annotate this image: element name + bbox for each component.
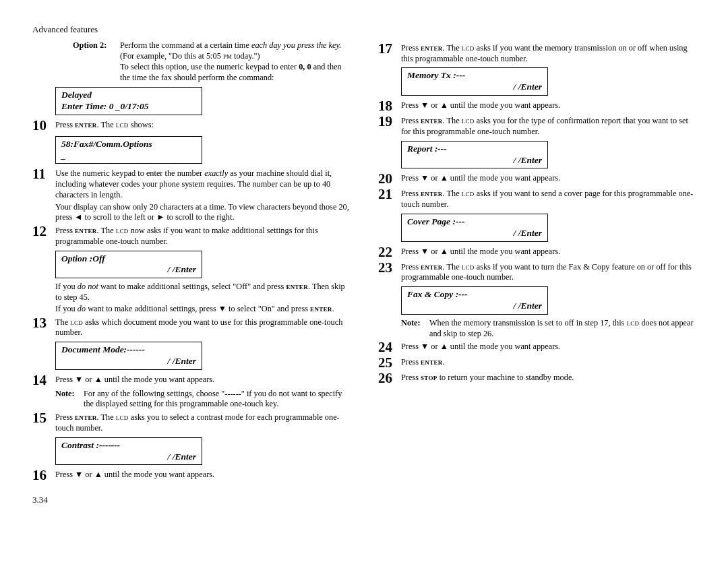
step-number-10: 10 [32,119,51,133]
step-number-21: 21 [378,187,397,210]
note23-label: Note: [401,318,424,339]
option2-label: Option 2: [73,40,113,61]
lcd-delayed: Delayed Enter Time: 0 _0/17:05 [55,87,202,115]
step-14-text: Press ▼ or ▲ until the mode you want app… [55,373,350,387]
step-number-19: 19 [378,115,397,137]
step-24-text: Press ▼ or ▲ until the mode you want app… [401,340,696,354]
step-18-text: Press ▼ or ▲ until the mode you want app… [401,99,696,113]
step-16-text: Press ▼ or ▲ until the mode you want app… [55,468,350,482]
option2-text2: To select this option, use the numeric k… [32,62,350,83]
step-10-text: Press enter. The lcd shows: [55,119,350,133]
step-number-24: 24 [378,340,397,354]
step-23-text: Press enter. The lcd asks if you want to… [401,261,696,283]
lcd-report: Report :--- / /Enter [401,141,548,169]
left-column: Option 2: Perform the command at a certa… [32,40,350,484]
step-number-12: 12 [32,224,51,247]
section-header: Advanced features [32,24,696,35]
lcd-cover-page: Cover Page :--- / /Enter [401,214,548,242]
step-11b-text: Your display can show only 20 characters… [32,202,350,223]
step-21-text: Press enter. The lcd asks if you want to… [401,187,696,210]
step-number-15: 15 [32,411,51,433]
step-number-14: 14 [32,373,51,387]
step-19-text: Press enter. The lcd asks you for the ty… [401,115,696,137]
step-number-17: 17 [378,42,397,64]
step-number-26: 26 [378,371,397,385]
step-15-text: Press enter. The lcd asks you to select … [55,411,350,433]
step-26-text: Press stop to return your machine to sta… [401,371,696,385]
step-number-13: 13 [32,316,51,338]
step-number-18: 18 [378,99,397,113]
step-17-text: Press enter. The lcd asks if you want th… [401,42,696,64]
step-number-22: 22 [378,245,397,259]
step-number-23: 23 [378,261,397,283]
note14-label: Note: [55,389,78,410]
step-12c-text: If you do want to make additional settin… [32,304,350,315]
lcd-document-mode: Document Mode:------ / /Enter [55,342,202,370]
page-number: 3.34 [32,495,696,505]
step-number-16: 16 [32,468,51,482]
step-13-text: The lcd asks which document mode you wan… [55,316,350,338]
step-number-25: 25 [378,356,397,370]
step-25-text: Press enter. [401,356,696,370]
step-22-text: Press ▼ or ▲ until the mode you want app… [401,245,696,259]
step-11-text: Use the numeric keypad to enter the numb… [55,167,350,200]
step-20-text: Press ▼ or ▲ until the mode you want app… [401,172,696,186]
step-number-11: 11 [32,167,51,200]
lcd-contrast: Contrast :------- / /Enter [55,437,202,466]
note23-text: When the memory transmission is set to o… [429,318,696,339]
step-number-20: 20 [378,172,397,186]
lcd-58: 58:Fax#/Comm.Options _ [55,136,202,164]
option2-text: Perform the command at a certain time ea… [120,40,350,61]
right-column: 17 Press enter. The lcd asks if you want… [378,40,696,484]
note14-text: For any of the following settings, choos… [84,389,350,410]
step-12-text: Press enter. The lcd now asks if you wan… [55,224,350,247]
lcd-option: Option :Off / /Enter [55,251,202,279]
step-12b-text: If you do not want to make additional se… [32,282,350,303]
lcd-fax-copy: Fax & Copy :--- / /Enter [401,286,548,315]
lcd-memory-tx: Memory Tx :--- / /Enter [401,67,548,96]
